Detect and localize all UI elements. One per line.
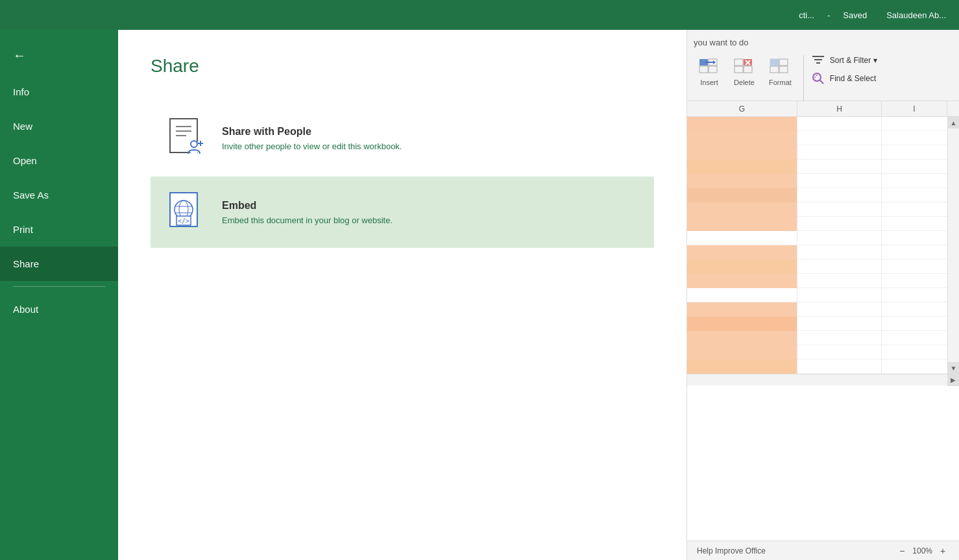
cell-i-2[interactable] [882,131,947,145]
top-bar: cti... - Saved Salaudeen Ab... [0,0,959,30]
cell-g-1[interactable] [687,117,797,131]
cell-g-4[interactable] [687,160,797,174]
cell-g-11[interactable] [687,260,797,274]
cell-h-14[interactable] [797,302,882,317]
find-select-button[interactable]: Find & Select [810,71,876,86]
cell-h-6[interactable] [797,188,882,202]
cell-g-2[interactable] [687,131,797,145]
cell-i-1[interactable] [882,117,947,131]
cell-g-16[interactable] [687,331,797,345]
cell-i-5[interactable] [882,174,947,188]
insert-button[interactable]: Insert [694,53,725,89]
embed-heading: Embed [222,200,393,212]
cell-g-10[interactable] [687,245,797,260]
cell-i-6[interactable] [882,188,947,202]
cell-g-14[interactable] [687,302,797,317]
cell-i-7[interactable] [882,202,947,217]
cell-g-6[interactable] [687,188,797,202]
cell-h-7[interactable] [797,202,882,217]
vertical-scrollbar[interactable]: ▲ ▼ [947,117,959,374]
cell-i-8[interactable] [882,217,947,231]
cell-i-18[interactable] [882,359,947,374]
cell-h-4[interactable] [797,160,882,174]
sidebar-item-new[interactable]: New [0,109,118,143]
cell-h-3[interactable] [797,145,882,160]
cell-i-3[interactable] [882,145,947,160]
sort-filter-button[interactable]: Sort & Filter ▾ [810,53,877,68]
cell-h-9[interactable] [797,231,882,245]
cell-g-12[interactable] [687,274,797,288]
svg-rect-17 [699,66,708,73]
cell-i-12[interactable] [882,274,947,288]
cell-h-16[interactable] [797,331,882,345]
insert-label: Insert [700,79,718,86]
zoom-plus-btn[interactable]: + [936,544,949,557]
main-layout: ← Info New Open Save As Print Share Abou… [0,30,959,560]
sidebar-item-about[interactable]: About [0,292,118,326]
embed-desc: Embed this document in your blog or webs… [222,215,393,225]
cell-h-5[interactable] [797,174,882,188]
cell-i-11[interactable] [882,260,947,274]
svg-rect-24 [744,66,752,73]
sidebar-item-open[interactable]: Open [0,143,118,178]
cell-g-8[interactable] [687,217,797,231]
zoom-level: 100% [912,546,932,555]
zoom-controls: − 100% + [895,544,949,557]
scroll-right-btn[interactable]: ▶ [947,374,959,386]
cell-h-17[interactable] [797,345,882,359]
sidebar-item-share[interactable]: Share [0,247,118,281]
sidebar-item-info[interactable]: Info [0,75,118,109]
svg-rect-27 [770,59,779,66]
cell-g-17[interactable] [687,345,797,359]
cell-h-11[interactable] [797,260,882,274]
cell-h-15[interactable] [797,317,882,331]
cell-i-14[interactable] [882,302,947,317]
cell-i-10[interactable] [882,245,947,260]
cell-g-7[interactable] [687,202,797,217]
embed-option[interactable]: </> Embed Embed this document in your bl… [151,177,654,248]
format-button[interactable]: Format [764,53,797,89]
cell-g-3[interactable] [687,145,797,160]
share-with-people-icon [164,116,209,161]
sort-filter-icon [810,53,826,68]
saved-status: Saved [843,10,867,20]
cell-i-9[interactable] [882,231,947,245]
table-row [687,245,947,260]
sidebar-item-save-as[interactable]: Save As [0,178,118,212]
cell-h-18[interactable] [797,359,882,374]
zoom-minus-btn[interactable]: − [895,544,908,557]
cell-i-13[interactable] [882,288,947,302]
table-row [687,202,947,217]
cell-g-13[interactable] [687,288,797,302]
cell-h-13[interactable] [797,288,882,302]
cell-h-2[interactable] [797,131,882,145]
table-row [687,231,947,245]
cell-h-12[interactable] [797,274,882,288]
cell-i-15[interactable] [882,317,947,331]
svg-rect-18 [709,66,717,73]
cell-h-10[interactable] [797,245,882,260]
cell-i-16[interactable] [882,331,947,345]
sidebar: ← Info New Open Save As Print Share Abou… [0,30,118,560]
delete-button[interactable]: Delete [729,53,760,89]
cell-i-4[interactable] [882,160,947,174]
sidebar-item-print[interactable]: Print [0,212,118,247]
col-header-i: I [882,101,947,117]
format-label: Format [769,79,792,86]
cell-i-17[interactable] [882,345,947,359]
cell-h-8[interactable] [797,217,882,231]
cell-g-18[interactable] [687,359,797,374]
cell-g-15[interactable] [687,317,797,331]
cell-h-1[interactable] [797,117,882,131]
ribbon-separator [803,55,804,107]
cell-g-5[interactable] [687,174,797,188]
cell-g-9[interactable] [687,231,797,245]
back-button[interactable]: ← [0,36,118,75]
share-with-people-option[interactable]: Share with People Invite other people to… [151,103,654,174]
scroll-up-btn[interactable]: ▲ [948,117,960,128]
separator: - [827,10,830,20]
embed-text: Embed Embed this document in your blog o… [222,200,393,225]
horizontal-scrollbar[interactable]: ▶ [687,374,959,385]
svg-rect-21 [734,59,743,66]
scroll-down-btn[interactable]: ▼ [948,362,960,374]
